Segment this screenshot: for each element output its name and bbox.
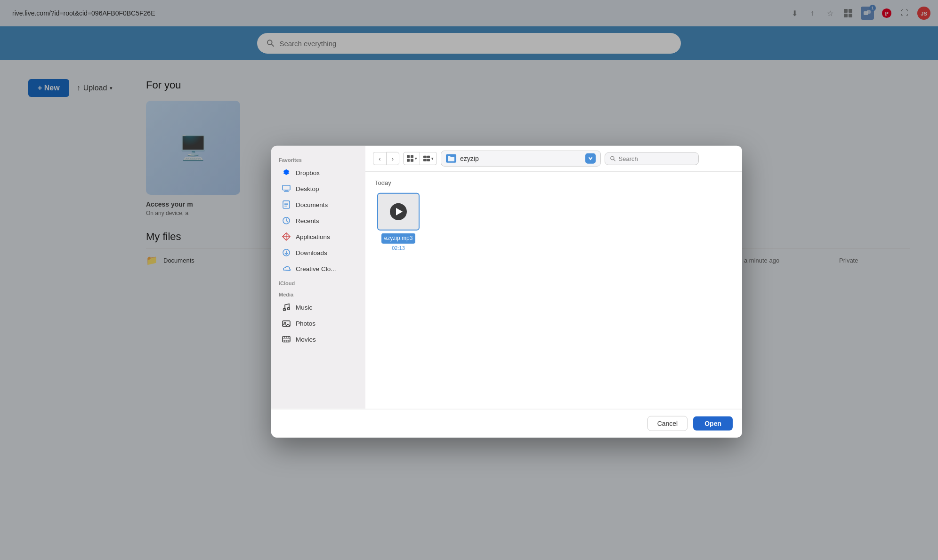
- movies-icon: [282, 335, 291, 344]
- creative-cloud-icon: [282, 264, 291, 273]
- photos-icon: [282, 319, 291, 328]
- sidebar-item-label: Applications: [296, 233, 330, 240]
- nav-back-button[interactable]: ‹: [373, 152, 386, 165]
- sidebar-item-label: Creative Clo...: [296, 265, 336, 272]
- svg-rect-41: [411, 155, 413, 158]
- date-group-today: Today: [375, 179, 733, 186]
- sidebar-item-photos[interactable]: Photos: [274, 315, 363, 331]
- svg-point-28: [288, 307, 290, 310]
- open-button[interactable]: Open: [693, 416, 733, 431]
- dialog-content-area: ‹ › ▾ ▾: [365, 146, 742, 409]
- svg-point-27: [283, 308, 286, 311]
- sidebar-item-label: Movies: [296, 336, 316, 343]
- location-folder-icon: [446, 154, 456, 163]
- dialog-toolbar: ‹ › ▾ ▾: [365, 146, 742, 172]
- dialog-search-bar[interactable]: [605, 152, 699, 165]
- dialog-search-icon: [610, 155, 616, 162]
- play-button-icon: [390, 203, 407, 220]
- nav-buttons: ‹ ›: [373, 152, 399, 165]
- sidebar-item-music[interactable]: Music: [274, 299, 363, 315]
- location-bar[interactable]: ezyzip: [441, 151, 601, 167]
- media-label: Media: [271, 288, 365, 299]
- location-name: ezyzip: [460, 155, 582, 162]
- grid-view-icon: [406, 155, 414, 162]
- svg-rect-45: [427, 156, 430, 158]
- svg-rect-42: [407, 159, 410, 162]
- view-list-button[interactable]: ▾: [420, 152, 437, 165]
- dialog-sidebar: Favorites Dropbox Desktop Documents: [271, 146, 365, 409]
- sidebar-item-downloads[interactable]: Downloads: [274, 245, 363, 261]
- file-thumbnail: [377, 193, 420, 231]
- view-buttons: ▾ ▾: [403, 152, 437, 165]
- view-grid-button[interactable]: ▾: [403, 152, 420, 165]
- file-name-label: ezyzip.mp3: [381, 233, 416, 244]
- svg-rect-44: [423, 156, 427, 158]
- desktop-icon: [282, 184, 291, 193]
- location-chevron-button[interactable]: [585, 153, 596, 164]
- recents-icon: [282, 216, 291, 225]
- dropbox-icon: [282, 168, 291, 177]
- svg-line-49: [614, 160, 615, 161]
- sidebar-item-label: Recents: [296, 217, 319, 224]
- file-item-ezyzip[interactable]: ezyzip.mp3 02:13: [375, 193, 422, 251]
- sidebar-item-label: Documents: [296, 201, 328, 208]
- svg-rect-14: [283, 185, 290, 190]
- file-duration: 02:13: [392, 245, 405, 250]
- sidebar-item-label: Photos: [296, 320, 315, 327]
- favorites-label: Favorites: [271, 153, 365, 165]
- cancel-button[interactable]: Cancel: [647, 416, 688, 431]
- svg-marker-13: [283, 171, 290, 175]
- sidebar-item-label: Dropbox: [296, 169, 320, 176]
- svg-point-48: [611, 156, 614, 160]
- dialog-body: Favorites Dropbox Desktop Documents: [271, 146, 742, 409]
- dialog-footer: Cancel Open: [271, 409, 742, 438]
- dialog-search-input[interactable]: [619, 155, 694, 162]
- sidebar-item-label: Downloads: [296, 249, 327, 256]
- svg-rect-40: [407, 155, 410, 158]
- icloud-label: iCloud: [271, 277, 365, 288]
- svg-rect-46: [423, 159, 427, 161]
- sidebar-item-movies[interactable]: Movies: [274, 331, 363, 347]
- sidebar-item-desktop[interactable]: Desktop: [274, 181, 363, 197]
- svg-rect-43: [411, 159, 413, 162]
- sidebar-item-applications[interactable]: Applications: [274, 229, 363, 245]
- nav-forward-button[interactable]: ›: [386, 152, 399, 165]
- documents-icon: [282, 200, 291, 209]
- sidebar-item-documents[interactable]: Documents: [274, 197, 363, 213]
- svg-rect-47: [427, 159, 430, 161]
- applications-icon: [282, 232, 291, 241]
- sidebar-item-recents[interactable]: Recents: [274, 213, 363, 229]
- sidebar-item-dropbox[interactable]: Dropbox: [274, 165, 363, 181]
- sidebar-item-label: Music: [296, 304, 312, 311]
- music-icon: [282, 303, 291, 312]
- sidebar-item-label: Desktop: [296, 185, 319, 192]
- svg-rect-16: [284, 191, 289, 192]
- dialog-file-area: Today ezyzip.mp3 02:13: [365, 172, 742, 409]
- sidebar-item-creative-cloud[interactable]: Creative Clo...: [274, 261, 363, 277]
- downloads-icon: [282, 248, 291, 257]
- list-view-icon: [423, 155, 430, 162]
- file-picker-dialog: Favorites Dropbox Desktop Documents: [271, 146, 742, 438]
